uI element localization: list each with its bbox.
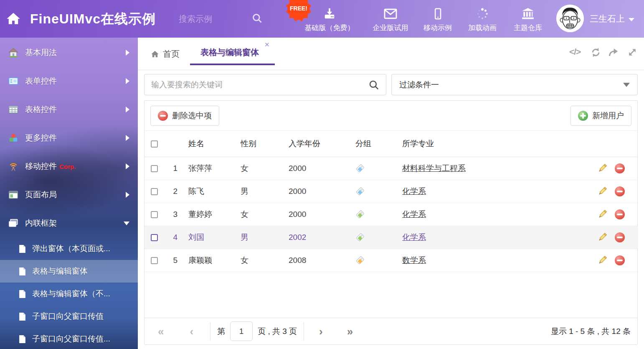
row-index: 1 [163, 157, 183, 180]
cell-gender: 女 [236, 249, 284, 272]
delete-icon[interactable] [615, 186, 625, 196]
col-header-major: 所学专业 [401, 131, 596, 157]
row-checkbox[interactable] [151, 211, 158, 218]
edit-icon[interactable] [597, 232, 608, 243]
delete-icon[interactable] [615, 232, 625, 242]
next-page-button[interactable]: › [319, 326, 323, 337]
filter-dropdown-value: 过滤条件一 [399, 79, 439, 90]
user-menu[interactable]: 三生石上 [590, 13, 634, 25]
first-page-button[interactable]: « [158, 326, 164, 337]
cell-gender: 女 [236, 203, 284, 226]
share-icon [608, 47, 619, 58]
row-index: 3 [163, 203, 183, 226]
delete-icon[interactable] [615, 209, 625, 219]
table-icon [8, 104, 18, 115]
sidebar-item-page-layout[interactable]: 页面布局 [0, 181, 138, 209]
edit-icon[interactable] [597, 163, 608, 174]
row-checkbox[interactable] [151, 188, 158, 195]
page-prefix-label: 第 [217, 326, 225, 337]
share-button[interactable] [608, 47, 619, 58]
prev-page-button[interactable]: ‹ [190, 326, 193, 337]
sidebar-item-more-controls[interactable]: 更多控件 [0, 124, 138, 152]
sidebar-item-label: 表单控件 [25, 76, 57, 87]
sidebar-subitem-popup-window[interactable]: 弹出窗体（本页面或... [0, 237, 138, 260]
edit-icon[interactable] [597, 209, 608, 220]
table-row[interactable]: 1 张萍萍 女 2000 材料科学与工程系 [145, 157, 638, 180]
tab-bar: 首页 表格与编辑窗体 ✕ </> [138, 38, 644, 70]
sidebar-subitem-label: 子窗口向父窗口传值 [32, 311, 104, 322]
table-row[interactable]: 5 康颖颖 女 2008 数学系 [145, 249, 638, 272]
tab-home[interactable]: 首页 [150, 48, 180, 60]
sidebar-item-mobile-controls[interactable]: 移动控件 Corp. [0, 152, 138, 181]
sidebar-subitem-child-to-parent[interactable]: 子窗口向父窗口传值 [0, 305, 138, 328]
nav-item-mobile-demo[interactable]: 移动示例 [415, 0, 461, 38]
page-number-input[interactable] [230, 321, 253, 341]
sidebar-item-grid-controls[interactable]: 表格控件 [0, 95, 138, 124]
page-icon [18, 335, 26, 344]
minus-icon [158, 111, 168, 121]
refresh-button[interactable] [590, 47, 601, 58]
frames-icon [8, 218, 18, 228]
edit-icon[interactable] [597, 255, 608, 266]
expand-button[interactable] [627, 47, 638, 58]
sidebar-item-iframe[interactable]: 内联框架 [0, 209, 138, 237]
row-checkbox[interactable] [151, 165, 158, 172]
nav-item-loading-animation[interactable]: 加载动画 [459, 0, 505, 38]
cell-year: 2008 [284, 249, 355, 272]
sidebar-subitem-child-to-parent-2[interactable]: 子窗口向父窗口传值... [0, 328, 138, 349]
tab-home-label: 首页 [163, 48, 180, 60]
col-header-gender: 性别 [236, 131, 284, 157]
major-link[interactable]: 材料科学与工程系 [402, 164, 466, 173]
row-index: 4 [163, 226, 183, 249]
keyword-search-input[interactable] [145, 80, 368, 89]
chevron-right-icon [126, 163, 129, 169]
username-label: 三生石上 [590, 13, 625, 25]
table-row-selected[interactable]: 4 刘国 男 2002 化学系 [145, 226, 638, 249]
table-row[interactable]: 2 陈飞 男 2000 化学系 [145, 180, 638, 203]
nav-item-theme-repo[interactable]: 主题仓库 [505, 0, 551, 38]
header-search-input[interactable] [179, 12, 248, 26]
row-index: 2 [163, 180, 183, 203]
nav-item-enterprise-trial[interactable]: 企业版试用 [365, 0, 416, 38]
tab-grid-edit-window[interactable]: 表格与编辑窗体 ✕ [190, 38, 275, 70]
sidebar-subitem-grid-edit-window[interactable]: 表格与编辑窗体 [0, 260, 138, 283]
select-all-checkbox[interactable] [151, 140, 158, 148]
house-icon [8, 48, 18, 58]
sidebar-subitem-label: 表格与编辑窗体（不... [32, 288, 110, 299]
avatar[interactable] [556, 5, 584, 32]
delete-icon[interactable] [615, 255, 625, 265]
row-checkbox[interactable] [151, 234, 158, 241]
tag-icon [355, 256, 401, 265]
table-row[interactable]: 3 董婷婷 女 2000 化学系 [145, 203, 638, 226]
cell-name: 董婷婷 [183, 203, 236, 226]
row-checkbox[interactable] [151, 257, 158, 264]
pagination-bar: « ‹ 第 页 , 共 3 页 › » 显示 1 - 5 条 , 共 12 条 [145, 318, 637, 344]
delete-icon[interactable] [615, 163, 625, 173]
edit-icon[interactable] [597, 186, 608, 197]
search-icon[interactable] [368, 79, 379, 90]
sidebar-subitem-grid-edit-window-2[interactable]: 表格与编辑窗体（不... [0, 283, 138, 305]
chevron-down-icon [629, 18, 634, 21]
home-icon[interactable] [6, 11, 21, 26]
cell-name: 张萍萍 [183, 157, 236, 180]
col-header-group: 分组 [355, 131, 401, 157]
sidebar-item-label: 移动控件 [25, 161, 57, 172]
sidebar-item-form-controls[interactable]: 表单控件 [0, 67, 138, 95]
major-link[interactable]: 化学系 [402, 233, 426, 242]
close-icon[interactable]: ✕ [264, 41, 270, 48]
sidebar-item-basic-usage[interactable]: 基本用法 [0, 38, 138, 67]
view-source-button[interactable]: </> [569, 47, 581, 57]
app-title[interactable]: FineUIMvc在线示例 [30, 10, 156, 28]
tag-icon [355, 164, 401, 173]
major-link[interactable]: 数学系 [402, 256, 426, 265]
col-header-actions [596, 131, 638, 157]
add-user-button[interactable]: 新增用户 [570, 106, 631, 126]
delete-selected-button[interactable]: 删除选中项 [150, 106, 219, 126]
major-link[interactable]: 化学系 [402, 187, 426, 196]
major-link[interactable]: 化学系 [402, 210, 426, 219]
last-page-button[interactable]: » [347, 326, 353, 337]
sidebar-subitem-label: 子窗口向父窗口传值... [32, 334, 110, 344]
search-icon[interactable] [251, 13, 263, 24]
filter-dropdown[interactable]: 过滤条件一 [391, 74, 638, 95]
divider [210, 322, 210, 341]
